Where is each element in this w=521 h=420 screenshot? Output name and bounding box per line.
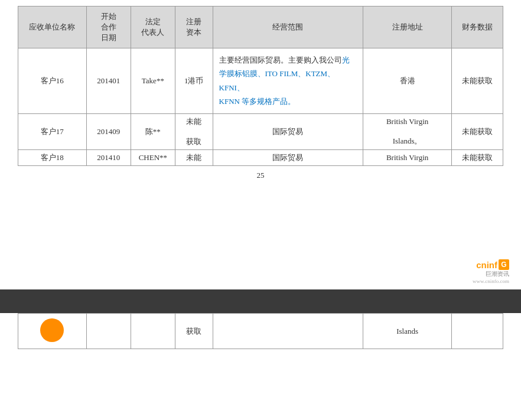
header-address: 注册地址	[363, 6, 451, 48]
table-row: 客户18 201410 CHEN** 未能 国际贸易 British Virgi…	[18, 149, 503, 165]
header-reg-capital: 注册资本	[175, 6, 213, 48]
page-wrapper: 应收单位名称 开始合作日期 法定代表人 注册资本 经营范围 注册地址 财务数据 …	[0, 0, 521, 420]
cell-name-17: 客户17	[18, 113, 87, 149]
cell-legal-17: 陈**	[131, 113, 175, 149]
cninf-subtitle: 巨潮资讯	[486, 270, 509, 278]
bottom-cell-reg: 获取	[175, 314, 213, 349]
cell-start-16: 201401	[86, 48, 131, 114]
cell-name-18: 客户18	[18, 149, 87, 165]
bottom-table-row: 获取 Islands	[18, 314, 503, 349]
cell-fin-17: 未能获取	[452, 113, 503, 149]
bottom-cell-addr: Islands	[363, 314, 451, 349]
bottom-reg-text: 获取	[186, 327, 201, 336]
bottom-cell-legal	[131, 314, 175, 349]
bottom-page: 获取 Islands	[0, 313, 521, 349]
bottom-addr-text: Islands	[396, 327, 418, 336]
cninf-icon: G	[499, 259, 509, 270]
cell-reg-16: 1港币	[175, 48, 213, 114]
header-name: 应收单位名称	[18, 6, 87, 48]
cell-start-18: 201410	[86, 149, 131, 165]
cell-fin-18: 未能获取	[452, 149, 503, 165]
cell-scope-18: 国际贸易	[213, 149, 363, 165]
bottom-table: 获取 Islands	[18, 313, 503, 349]
cell-scope-17: 国际贸易	[213, 113, 363, 149]
header-legal-rep: 法定代表人	[131, 6, 175, 48]
cell-scope-16: 主要经营国际贸易。主要购入我公司光 学膜标铝膜、ITO FILM、KTZM、KF…	[213, 48, 363, 114]
bottom-cell-start	[86, 314, 131, 349]
table-row: 客户17 201409 陈** 未能获取 国际贸易 British Virgin…	[18, 113, 503, 149]
bottom-cell-fin	[452, 314, 503, 349]
orange-icon	[40, 318, 64, 342]
cell-fin-16: 未能获取	[452, 48, 503, 114]
cell-legal-16: Take**	[131, 48, 175, 114]
main-table: 应收单位名称 开始合作日期 法定代表人 注册资本 经营范围 注册地址 财务数据 …	[18, 6, 503, 166]
cell-name-16: 客户16	[18, 48, 87, 114]
watermark-area: cninf G 巨潮资讯 www.cninfo.com	[473, 259, 509, 284]
page-number: 25	[18, 166, 503, 185]
cninf-brand-text: cninf	[476, 260, 497, 270]
cell-reg-18: 未能	[175, 149, 213, 165]
cninf-url: www.cninfo.com	[473, 278, 509, 284]
cell-addr-18: British Virgin	[363, 149, 451, 165]
header-finance: 财务数据	[452, 6, 503, 48]
bottom-cell-scope	[213, 314, 363, 349]
table-header-row: 应收单位名称 开始合作日期 法定代表人 注册资本 经营范围 注册地址 财务数据	[18, 6, 503, 48]
bottom-cell-name	[18, 314, 87, 349]
page-divider	[0, 289, 521, 313]
cninf-logo: cninf G 巨潮资讯 www.cninfo.com	[473, 259, 509, 284]
cell-reg-17: 未能获取	[175, 113, 213, 149]
top-page: 应收单位名称 开始合作日期 法定代表人 注册资本 经营范围 注册地址 财务数据 …	[0, 0, 521, 185]
cell-addr-16: 香港	[363, 48, 451, 114]
header-scope: 经营范围	[213, 6, 363, 48]
header-start-date: 开始合作日期	[86, 6, 131, 48]
scope-text-16: 主要经营国际贸易。主要购入我公司光 学膜标铝膜、ITO FILM、KTZM、KF…	[219, 56, 350, 106]
cell-start-17: 201409	[86, 113, 131, 149]
cell-legal-18: CHEN**	[131, 149, 175, 165]
cell-addr-17: British VirginIslands。	[363, 113, 451, 149]
table-row: 客户16 201401 Take** 1港币 主要经营国际贸易。主要购入我公司光…	[18, 48, 503, 114]
